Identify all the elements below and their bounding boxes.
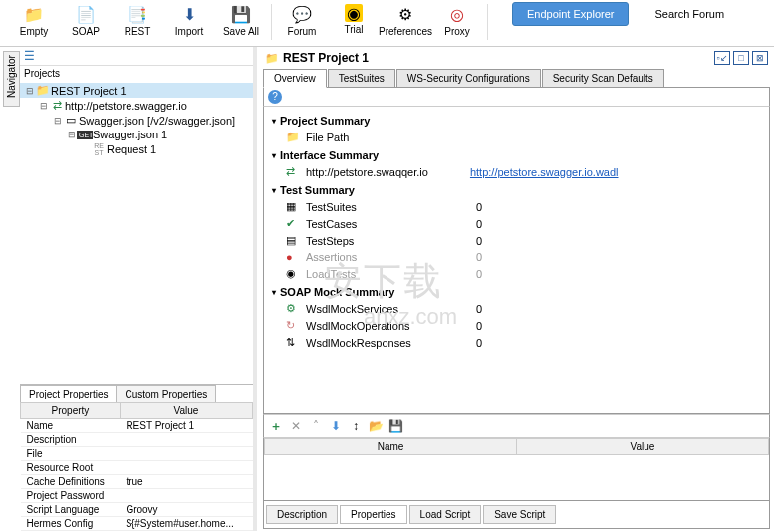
loadtest-icon: ◉ xyxy=(286,267,300,280)
prop-row[interactable]: Cache Definitionstrue xyxy=(21,475,253,489)
testcases-count: 0 xyxy=(476,218,761,230)
interface-host: http://petstore.swaqqer.io xyxy=(306,166,428,178)
tree-node-request[interactable]: RESTRequest 1 xyxy=(20,141,253,157)
teststeps-count: 0 xyxy=(476,235,761,247)
tab-description[interactable]: Description xyxy=(266,505,338,524)
collapse-icon[interactable]: ▾ xyxy=(272,117,276,126)
section-test-summary: Test Summary xyxy=(280,184,355,196)
endpoint-explorer-button[interactable]: Endpoint Explorer xyxy=(512,2,629,26)
forum-button[interactable]: 💬Forum xyxy=(276,2,328,39)
saveall-button[interactable]: 💾Save All xyxy=(215,2,267,39)
tree-node-project[interactable]: ⊟📁REST Project 1 xyxy=(20,83,253,98)
link-icon: ⇄ xyxy=(286,165,300,178)
prop-row[interactable]: Project Password xyxy=(21,489,253,503)
gear-icon: ⚙ xyxy=(395,4,415,24)
mock-resp-icon: ⇅ xyxy=(286,336,300,349)
restore-icon[interactable]: ▫↙ xyxy=(714,51,730,65)
tab-save-script[interactable]: Save Script xyxy=(483,505,556,524)
col-property: Property xyxy=(21,403,121,419)
tree-node-resource[interactable]: ⊟▭Swagger.json [/v2/swagger.json] xyxy=(20,113,253,128)
add-icon[interactable]: ＋ xyxy=(268,418,284,434)
property-tabs: Project Properties Custom Properties xyxy=(20,384,253,402)
prop-row[interactable]: File xyxy=(21,447,253,461)
tree-node-endpoint[interactable]: ⊟⇄http://petstore.swagger.io xyxy=(20,98,253,113)
maximize-icon[interactable]: □ xyxy=(733,51,749,65)
section-interface-summary: Interface Summary xyxy=(280,149,379,161)
soap-icon: 📄 xyxy=(76,4,96,24)
rest-button[interactable]: 📑REST xyxy=(112,2,163,39)
check-icon: ✔ xyxy=(286,217,300,230)
close-icon[interactable]: ⊠ xyxy=(752,51,768,65)
file-path-label: File Path xyxy=(306,132,349,143)
up-icon[interactable]: ˄ xyxy=(308,418,324,434)
properties-toolbar: ＋ ✕ ˄ ⬇ ↕ 📂 💾 xyxy=(263,414,770,437)
testsuite-icon: ▦ xyxy=(286,200,300,213)
separator xyxy=(271,4,272,40)
tab-security-scan[interactable]: Security Scan Defaults xyxy=(542,69,664,87)
down-icon[interactable]: ⬇ xyxy=(328,418,344,434)
trial-button[interactable]: ◉Trial xyxy=(328,2,380,37)
collapse-icon[interactable]: ▾ xyxy=(272,288,276,297)
overview-content: 安下载 anxz.com ▾Project Summary 📁File Path… xyxy=(263,107,770,414)
help-icon[interactable]: ? xyxy=(268,90,282,104)
col-value: Value xyxy=(517,439,769,455)
separator xyxy=(487,4,488,40)
link-icon: ⇄ xyxy=(49,99,65,112)
soap-button[interactable]: 📄SOAP xyxy=(60,2,112,39)
import-icon: ⬇ xyxy=(179,4,199,24)
tab-custom-properties[interactable]: Custom Properties xyxy=(116,385,216,402)
navigator-pane: ☰ Projects ⊟📁REST Project 1 ⊟⇄http://pet… xyxy=(20,47,257,531)
remove-icon[interactable]: ✕ xyxy=(288,418,304,434)
proxy-icon: ◎ xyxy=(447,4,467,24)
tab-overview[interactable]: Overview xyxy=(263,69,327,88)
loadtests-count: 0 xyxy=(476,268,761,280)
empty-button[interactable]: 📁Empty xyxy=(8,2,60,39)
mockservices-count: 0 xyxy=(476,303,761,315)
request-icon: REST xyxy=(91,142,107,156)
sort-icon[interactable]: ↕ xyxy=(348,418,364,434)
save-icon: 💾 xyxy=(231,4,251,24)
collapse-icon[interactable]: ▾ xyxy=(272,186,276,195)
tab-properties[interactable]: Properties xyxy=(340,505,407,524)
detail-pane: 📁 REST Project 1 ▫↙ □ ⊠ Overview TestSui… xyxy=(257,47,774,531)
tab-testsuites[interactable]: TestSuites xyxy=(328,69,395,87)
folder-icon: 📁 xyxy=(286,131,300,143)
main-toolbar: 📁Empty 📄SOAP 📑REST ⬇Import 💾Save All 💬Fo… xyxy=(0,0,774,47)
detail-tabs: Overview TestSuites WS-Security Configur… xyxy=(263,69,770,88)
assertion-icon: ● xyxy=(286,251,300,263)
prop-row[interactable]: Script LanguageGroovy xyxy=(21,503,253,517)
mock-op-icon: ↻ xyxy=(286,319,300,332)
preferences-button[interactable]: ⚙Preferences xyxy=(380,2,431,39)
testsuites-count: 0 xyxy=(476,201,761,213)
col-value: Value xyxy=(120,403,252,419)
navigator-tab[interactable]: Navigator xyxy=(3,51,20,107)
tab-project-properties[interactable]: Project Properties xyxy=(20,385,117,402)
wadl-link[interactable]: http://petstore.swagger.io.wadl xyxy=(470,166,619,178)
mockops-count: 0 xyxy=(476,320,761,332)
rest-icon: 📑 xyxy=(128,4,147,24)
tab-load-script[interactable]: Load Script xyxy=(409,505,482,524)
list-icon[interactable]: ☰ xyxy=(24,49,35,63)
folder-plus-icon: 📁 xyxy=(24,4,44,24)
load-icon[interactable]: 📂 xyxy=(368,418,384,434)
folder-icon: 📁 xyxy=(265,52,279,65)
panel-title: REST Project 1 xyxy=(283,51,714,65)
proxy-button[interactable]: ◎Proxy xyxy=(431,2,483,39)
trial-icon: ◉ xyxy=(345,4,363,22)
import-button[interactable]: ⬇Import xyxy=(163,2,215,39)
prop-row[interactable]: Description xyxy=(21,433,253,447)
folder-icon: 📁 xyxy=(35,84,51,97)
prop-row[interactable]: Hermes Config${#System#user.home... xyxy=(21,517,253,531)
tree-toolbar: ☰ xyxy=(20,47,253,66)
prop-row[interactable]: Resource Root xyxy=(21,461,253,475)
col-name: Name xyxy=(265,439,517,455)
prop-row[interactable]: NameREST Project 1 xyxy=(21,419,253,433)
collapse-icon[interactable]: ▾ xyxy=(272,151,276,160)
bottom-tabs: Description Properties Load Script Save … xyxy=(263,501,770,529)
save-icon[interactable]: 💾 xyxy=(387,418,403,434)
tree-node-method[interactable]: ⊟GETSwagger.json 1 xyxy=(20,128,253,141)
mock-service-icon: ⚙ xyxy=(286,302,300,315)
tab-wssecurity[interactable]: WS-Security Configurations xyxy=(396,69,541,87)
projects-label: Projects xyxy=(20,66,253,81)
properties-table[interactable]: NameValue xyxy=(263,437,770,501)
